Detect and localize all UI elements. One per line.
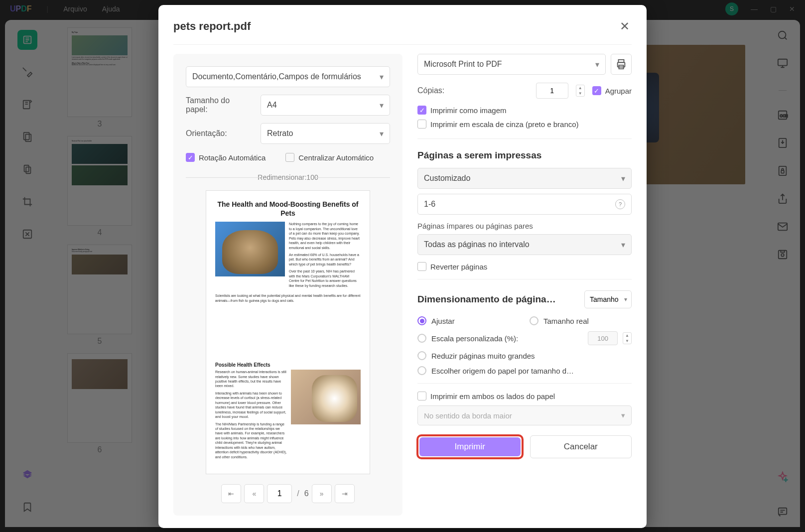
total-pages: 6 <box>304 489 309 498</box>
cancel-button[interactable]: Cancelar <box>530 435 632 458</box>
collate-checkbox[interactable]: ✓Agrupar <box>592 86 632 95</box>
print-as-image-checkbox[interactable]: ✓Imprimir como imagem <box>417 106 632 115</box>
oddeven-label: Páginas ímpares ou páginas pares <box>417 222 632 230</box>
pages-section-title: Páginas a serem impressas <box>417 150 632 161</box>
preview-image-cat <box>215 222 285 276</box>
fit-radio[interactable]: Ajustar <box>417 316 520 325</box>
grayscale-checkbox[interactable]: Imprimir em escala de cinza (preto e bra… <box>417 120 632 129</box>
last-page-button[interactable]: ⇥ <box>335 484 355 503</box>
page-input[interactable] <box>267 484 292 503</box>
auto-rotate-checkbox[interactable]: ✓Rotação Automática <box>186 153 266 162</box>
resize-label: Redimensionar:100 <box>186 173 390 181</box>
oddeven-select[interactable]: Todas as páginas no intervalo <box>417 234 632 255</box>
paper-size-select[interactable]: A4 <box>261 95 390 116</box>
print-button[interactable]: Imprimir <box>419 437 521 456</box>
first-page-button[interactable]: ⇤ <box>221 484 241 503</box>
close-button[interactable]: ✕ <box>618 17 632 35</box>
preview-image-dog <box>291 370 361 424</box>
sizing-section-title: Dimensionamento de página… <box>417 294 578 305</box>
print-dialog: pets report.pdf ✕ Documento,Comentário,C… <box>158 5 647 528</box>
printer-select[interactable]: Microsoft Print to PDF <box>417 54 606 75</box>
copies-spinner[interactable]: ▲▼ <box>576 85 585 97</box>
prev-page-button[interactable]: « <box>244 484 264 503</box>
auto-center-checkbox[interactable]: Centralizar Automático <box>285 153 374 162</box>
paper-source-radio[interactable]: Escolher origem do papel por tamanho d… <box>417 366 632 375</box>
custom-scale-radio[interactable]: Escala personalizada (%): ▲▼ <box>417 331 632 345</box>
actual-size-radio[interactable]: Tamanho real <box>530 316 632 325</box>
print-options-panel: Microsoft Print to PDF Cópias: ▲▼ ✓Agrup… <box>417 54 632 516</box>
preview-pager: ⇤ « / 6 » ⇥ <box>186 484 390 503</box>
page-range-input[interactable]: 1-6 <box>417 194 632 215</box>
scale-input[interactable] <box>588 331 618 345</box>
copies-label: Cópias: <box>417 86 444 95</box>
reverse-pages-checkbox[interactable]: Reverter páginas <box>417 262 632 271</box>
printer-settings-button[interactable] <box>611 54 632 75</box>
modal-overlay: pets report.pdf ✕ Documento,Comentário,C… <box>0 0 805 532</box>
shrink-radio[interactable]: Reduzir páginas muito grandes <box>417 351 632 360</box>
page-preview: The Health and Mood-Boosting Benefits of… <box>206 190 370 474</box>
paper-size-label: Tamanho do papel: <box>186 96 253 114</box>
range-mode-select[interactable]: Customizado <box>417 168 632 189</box>
duplex-mode-select: No sentido da borda maior <box>417 405 632 425</box>
copies-input[interactable] <box>536 83 568 99</box>
content-select[interactable]: Documento,Comentário,Campos de formulári… <box>186 66 390 87</box>
print-preview-panel: Documento,Comentário,Campos de formulári… <box>173 54 402 516</box>
next-page-button[interactable]: » <box>312 484 332 503</box>
duplex-checkbox[interactable]: Imprimir em ambos os lados do papel <box>417 392 632 400</box>
sizing-unit-select[interactable]: Tamanho <box>584 290 632 308</box>
dialog-title: pets report.pdf <box>173 20 251 33</box>
orientation-label: Orientação: <box>186 129 253 138</box>
orientation-select[interactable]: Retrato <box>261 123 390 144</box>
